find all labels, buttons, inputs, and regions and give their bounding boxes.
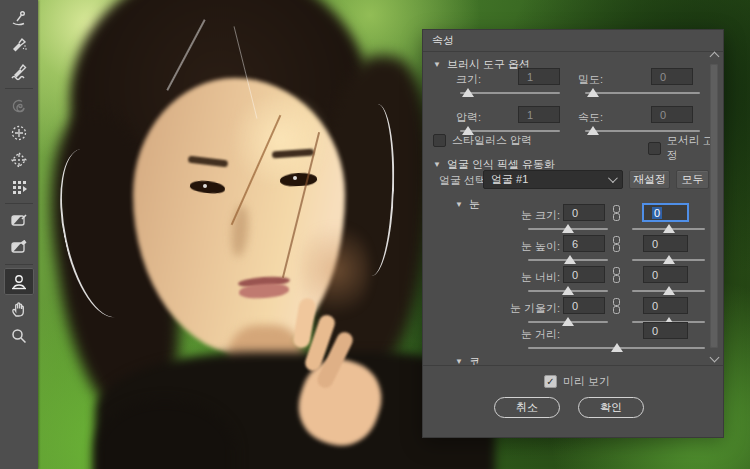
eye-size-left-slider[interactable] (528, 223, 608, 233)
bloat-icon (9, 150, 29, 170)
slider-thumb[interactable] (562, 224, 574, 233)
reconstruct-tool[interactable] (4, 31, 34, 58)
eye-distance-label: 눈 거리: (480, 327, 560, 342)
eye-distance-field[interactable]: 0 (643, 322, 688, 339)
eyes-section-header[interactable]: ▼ 눈 (455, 197, 480, 212)
eye-height-left-value: 6 (572, 238, 578, 250)
eye-width-right-field[interactable]: 0 (643, 266, 688, 283)
link-icon[interactable] (612, 267, 621, 282)
eye-height-label: 눈 높이: (480, 239, 560, 254)
checkbox-box[interactable] (433, 134, 446, 147)
collapse-triangle-icon: ▼ (455, 200, 463, 209)
eye-height-left-field[interactable]: 6 (563, 235, 605, 252)
pucker-tool[interactable] (4, 119, 34, 146)
toolbar-separator (5, 88, 33, 89)
eye-size-right-value: 0 (652, 207, 662, 219)
toolbar-separator (5, 264, 33, 265)
slider-thumb[interactable] (587, 88, 599, 97)
slider-track (460, 92, 560, 94)
brush-density-field[interactable]: 0 (651, 68, 693, 85)
brush-size-field[interactable]: 1 (518, 68, 560, 85)
face-select-value: 얼굴 #1 (491, 172, 528, 187)
eye-height-right-field[interactable]: 0 (643, 235, 688, 252)
all-button[interactable]: 모두 (676, 170, 709, 189)
thaw-mask-icon (9, 238, 29, 258)
checkbox-checked-box[interactable]: ✓ (544, 375, 557, 388)
eye-tilt-left-field[interactable]: 0 (563, 297, 605, 314)
brush-size-slider[interactable] (460, 87, 560, 97)
cancel-button[interactable]: 취소 (494, 397, 560, 418)
footer-divider (423, 365, 723, 366)
photo-highlight (225, 95, 335, 185)
zoom-tool[interactable] (4, 322, 34, 349)
slider-thumb[interactable] (663, 224, 675, 233)
eye-height-right-value: 0 (652, 238, 658, 250)
brush-pressure-value: 1 (527, 109, 533, 121)
stylus-pressure-checkbox[interactable]: 스타일러스 압력 (433, 133, 532, 148)
slider-thumb[interactable] (462, 88, 474, 97)
face-select-dropdown[interactable]: 얼굴 #1 (483, 170, 623, 189)
panel-title-text: 속성 (432, 33, 454, 48)
eye-width-left-slider[interactable] (528, 285, 608, 295)
slider-thumb[interactable] (562, 317, 574, 326)
eye-size-right-slider[interactable] (632, 223, 705, 233)
twirl-clockwise-icon (9, 96, 29, 116)
bloat-tool[interactable] (4, 146, 34, 173)
eye-width-right-value: 0 (652, 269, 658, 281)
forward-warp-tool[interactable] (4, 4, 34, 31)
brush-rate-label: 속도: (559, 110, 603, 125)
brush-rate-value: 0 (660, 109, 666, 121)
brush-rate-field[interactable]: 0 (651, 106, 693, 123)
eye-tilt-right-field[interactable]: 0 (643, 297, 688, 314)
eye-distance-slider[interactable] (528, 342, 705, 352)
freeze-mask-icon (9, 211, 29, 231)
eye-tilt-label: 눈 기울기: (480, 301, 560, 316)
smooth-tool[interactable] (4, 58, 34, 85)
eye-tilt-right-value: 0 (652, 300, 658, 312)
freeze-mask-tool[interactable] (4, 207, 34, 234)
link-icon[interactable] (612, 205, 621, 220)
smooth-icon (9, 62, 29, 82)
eye-width-left-value: 0 (572, 269, 578, 281)
eye-width-right-slider[interactable] (632, 285, 705, 295)
eye-tilt-left-slider[interactable] (528, 316, 608, 326)
slider-thumb[interactable] (564, 255, 576, 264)
slider-thumb[interactable] (562, 286, 574, 295)
nose-section-header[interactable]: ▼ 코 (455, 354, 480, 369)
link-icon[interactable] (612, 298, 621, 313)
ok-button[interactable]: 확인 (578, 397, 644, 418)
brush-density-slider[interactable] (585, 87, 700, 97)
preview-checkbox[interactable]: ✓ 미리 보기 (544, 374, 610, 389)
push-left-tool[interactable] (4, 173, 34, 200)
pucker-icon (9, 123, 29, 143)
chevron-down-icon (608, 173, 618, 183)
brush-options-section-header[interactable]: ▼ 브러시 도구 옵션 (433, 57, 530, 72)
scroll-up-icon[interactable] (710, 52, 720, 62)
slider-thumb[interactable] (611, 343, 623, 352)
eye-height-left-slider[interactable] (528, 254, 608, 264)
eye-size-label: 눈 크기: (480, 208, 560, 223)
slider-thumb[interactable] (663, 286, 675, 295)
photo-eye-glint (293, 176, 297, 180)
eye-size-right-field[interactable]: 0 (643, 204, 688, 221)
slider-thumb[interactable] (587, 126, 599, 135)
face-tool[interactable] (4, 268, 34, 295)
panel-scrollbar[interactable] (708, 52, 720, 362)
brush-size-label: 크기: (437, 72, 481, 87)
slider-thumb[interactable] (663, 255, 675, 264)
photo-eye-glint (203, 184, 207, 188)
reset-button[interactable]: 재설정 (629, 170, 670, 189)
scrollbar-thumb[interactable] (710, 64, 718, 348)
link-icon[interactable] (612, 236, 621, 251)
eye-height-right-slider[interactable] (632, 254, 705, 264)
thaw-mask-tool[interactable] (4, 234, 34, 261)
eye-size-left-field[interactable]: 0 (563, 204, 605, 221)
scroll-down-icon[interactable] (710, 353, 720, 363)
checkbox-box[interactable] (648, 142, 661, 155)
brush-pressure-field[interactable]: 1 (518, 106, 560, 123)
collapse-triangle-icon: ▼ (433, 160, 441, 169)
toolbar-separator (5, 203, 33, 204)
twirl-clockwise-tool[interactable] (4, 92, 34, 119)
hand-tool[interactable] (4, 295, 34, 322)
eye-width-left-field[interactable]: 0 (563, 266, 605, 283)
